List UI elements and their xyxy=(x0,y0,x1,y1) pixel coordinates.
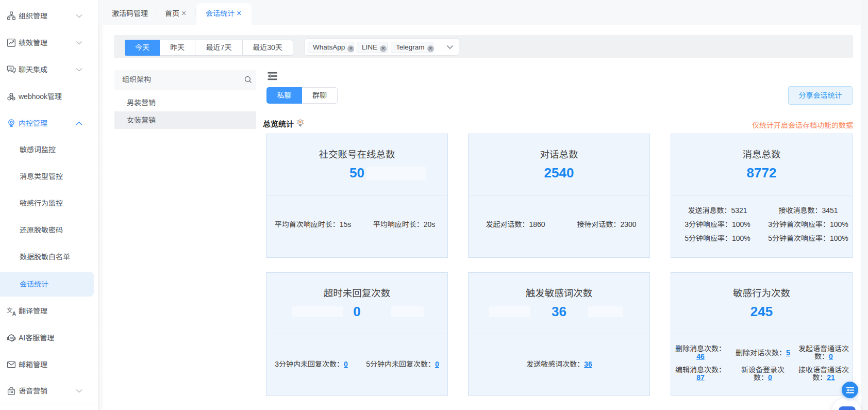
svg-text:AI: AI xyxy=(10,336,13,339)
